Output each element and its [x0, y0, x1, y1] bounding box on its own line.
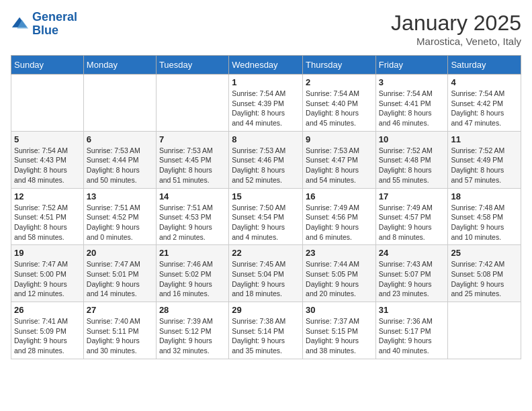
- day-number: 1: [232, 77, 300, 87]
- calendar-cell: 18Sunrise: 7:48 AM Sunset: 4:58 PM Dayli…: [448, 188, 521, 245]
- day-number: 19: [14, 248, 81, 258]
- day-info: Sunrise: 7:47 AM Sunset: 5:01 PM Dayligh…: [87, 259, 153, 299]
- calendar-header: SundayMondayTuesdayWednesdayThursdayFrid…: [11, 56, 521, 75]
- day-number: 13: [87, 191, 153, 201]
- day-number: 30: [306, 305, 373, 315]
- day-number: 7: [159, 134, 226, 144]
- day-info: Sunrise: 7:40 AM Sunset: 5:11 PM Dayligh…: [87, 316, 153, 356]
- location-subtitle: Marostica, Veneto, Italy: [391, 36, 521, 47]
- day-info: Sunrise: 7:54 AM Sunset: 4:41 PM Dayligh…: [379, 89, 445, 128]
- day-info: Sunrise: 7:52 AM Sunset: 4:51 PM Dayligh…: [14, 203, 81, 242]
- calendar-cell: 31Sunrise: 7:36 AM Sunset: 5:17 PM Dayli…: [375, 302, 448, 359]
- day-number: 14: [159, 191, 226, 201]
- calendar-week-3: 12Sunrise: 7:52 AM Sunset: 4:51 PM Dayli…: [11, 188, 521, 245]
- calendar-cell: 27Sunrise: 7:40 AM Sunset: 5:11 PM Dayli…: [83, 302, 156, 359]
- day-info: Sunrise: 7:53 AM Sunset: 4:46 PM Dayligh…: [232, 146, 300, 185]
- day-number: 16: [306, 191, 373, 201]
- day-info: Sunrise: 7:52 AM Sunset: 4:48 PM Dayligh…: [379, 146, 445, 185]
- calendar-cell: 22Sunrise: 7:45 AM Sunset: 5:04 PM Dayli…: [229, 245, 303, 302]
- weekday-row: SundayMondayTuesdayWednesdayThursdayFrid…: [11, 56, 521, 75]
- day-number: 24: [379, 248, 445, 258]
- weekday-header-wednesday: Wednesday: [229, 56, 303, 75]
- calendar-week-2: 5Sunrise: 7:54 AM Sunset: 4:43 PM Daylig…: [11, 131, 521, 188]
- calendar-cell: 28Sunrise: 7:39 AM Sunset: 5:12 PM Dayli…: [156, 302, 228, 359]
- title-block: January 2025 Marostica, Veneto, Italy: [391, 11, 521, 47]
- day-number: 12: [14, 191, 81, 201]
- day-info: Sunrise: 7:43 AM Sunset: 5:07 PM Dayligh…: [379, 259, 445, 299]
- day-info: Sunrise: 7:42 AM Sunset: 5:08 PM Dayligh…: [451, 259, 518, 299]
- calendar-cell: 3Sunrise: 7:54 AM Sunset: 4:41 PM Daylig…: [375, 75, 448, 132]
- calendar-cell: 6Sunrise: 7:53 AM Sunset: 4:44 PM Daylig…: [83, 131, 156, 188]
- calendar-cell: 1Sunrise: 7:54 AM Sunset: 4:39 PM Daylig…: [229, 75, 303, 132]
- day-info: Sunrise: 7:49 AM Sunset: 4:56 PM Dayligh…: [306, 203, 373, 242]
- weekday-header-saturday: Saturday: [448, 56, 521, 75]
- calendar-cell: 9Sunrise: 7:53 AM Sunset: 4:47 PM Daylig…: [303, 131, 376, 188]
- day-number: 29: [232, 305, 300, 315]
- day-number: 20: [87, 248, 153, 258]
- day-number: 28: [159, 305, 226, 315]
- day-number: 18: [451, 191, 518, 201]
- calendar-cell: 30Sunrise: 7:37 AM Sunset: 5:15 PM Dayli…: [303, 302, 376, 359]
- calendar-cell: 13Sunrise: 7:51 AM Sunset: 4:52 PM Dayli…: [83, 188, 156, 245]
- calendar-cell: 17Sunrise: 7:49 AM Sunset: 4:57 PM Dayli…: [375, 188, 448, 245]
- calendar-cell: 10Sunrise: 7:52 AM Sunset: 4:48 PM Dayli…: [375, 131, 448, 188]
- day-number: 4: [451, 77, 518, 87]
- calendar-week-4: 19Sunrise: 7:47 AM Sunset: 5:00 PM Dayli…: [11, 245, 521, 302]
- calendar-body: 1Sunrise: 7:54 AM Sunset: 4:39 PM Daylig…: [11, 75, 521, 359]
- day-info: Sunrise: 7:41 AM Sunset: 5:09 PM Dayligh…: [14, 316, 81, 356]
- day-info: Sunrise: 7:51 AM Sunset: 4:52 PM Dayligh…: [87, 203, 153, 242]
- weekday-header-tuesday: Tuesday: [156, 56, 228, 75]
- calendar-cell: 4Sunrise: 7:54 AM Sunset: 4:42 PM Daylig…: [448, 75, 521, 132]
- day-info: Sunrise: 7:50 AM Sunset: 4:54 PM Dayligh…: [232, 203, 300, 242]
- day-number: 22: [232, 248, 300, 258]
- day-number: 6: [87, 134, 153, 144]
- day-number: 5: [14, 134, 81, 144]
- day-number: 2: [306, 77, 373, 87]
- calendar-cell: 29Sunrise: 7:38 AM Sunset: 5:14 PM Dayli…: [229, 302, 303, 359]
- calendar-cell: 20Sunrise: 7:47 AM Sunset: 5:01 PM Dayli…: [83, 245, 156, 302]
- logo: General Blue: [11, 11, 77, 38]
- calendar-cell: 26Sunrise: 7:41 AM Sunset: 5:09 PM Dayli…: [11, 302, 84, 359]
- calendar-table: SundayMondayTuesdayWednesdayThursdayFrid…: [11, 55, 521, 359]
- day-info: Sunrise: 7:39 AM Sunset: 5:12 PM Dayligh…: [159, 316, 226, 356]
- calendar-cell: [83, 75, 156, 132]
- day-number: 11: [451, 134, 518, 144]
- page-header: General Blue January 2025 Marostica, Ven…: [11, 11, 521, 47]
- month-title: January 2025: [391, 11, 521, 36]
- day-number: 15: [232, 191, 300, 201]
- day-info: Sunrise: 7:54 AM Sunset: 4:39 PM Dayligh…: [232, 89, 300, 128]
- day-info: Sunrise: 7:51 AM Sunset: 4:53 PM Dayligh…: [159, 203, 226, 242]
- day-info: Sunrise: 7:48 AM Sunset: 4:58 PM Dayligh…: [451, 203, 518, 242]
- calendar-cell: 11Sunrise: 7:52 AM Sunset: 4:49 PM Dayli…: [448, 131, 521, 188]
- day-info: Sunrise: 7:53 AM Sunset: 4:44 PM Dayligh…: [87, 146, 153, 185]
- day-number: 10: [379, 134, 445, 144]
- logo-icon: [11, 15, 30, 34]
- weekday-header-sunday: Sunday: [11, 56, 84, 75]
- day-info: Sunrise: 7:47 AM Sunset: 5:00 PM Dayligh…: [14, 259, 81, 299]
- day-number: 17: [379, 191, 445, 201]
- day-info: Sunrise: 7:36 AM Sunset: 5:17 PM Dayligh…: [379, 316, 445, 356]
- weekday-header-thursday: Thursday: [303, 56, 376, 75]
- day-number: 26: [14, 305, 81, 315]
- day-number: 31: [379, 305, 445, 315]
- calendar-cell: [156, 75, 228, 132]
- calendar-cell: 7Sunrise: 7:53 AM Sunset: 4:45 PM Daylig…: [156, 131, 228, 188]
- calendar-cell: 16Sunrise: 7:49 AM Sunset: 4:56 PM Dayli…: [303, 188, 376, 245]
- day-info: Sunrise: 7:37 AM Sunset: 5:15 PM Dayligh…: [306, 316, 373, 356]
- calendar-week-5: 26Sunrise: 7:41 AM Sunset: 5:09 PM Dayli…: [11, 302, 521, 359]
- day-number: 25: [451, 248, 518, 258]
- logo-line1: General: [32, 10, 77, 24]
- calendar-cell: [448, 302, 521, 359]
- day-info: Sunrise: 7:45 AM Sunset: 5:04 PM Dayligh…: [232, 259, 300, 299]
- logo-line2: Blue: [32, 24, 58, 37]
- calendar-cell: 14Sunrise: 7:51 AM Sunset: 4:53 PM Dayli…: [156, 188, 228, 245]
- day-info: Sunrise: 7:53 AM Sunset: 4:47 PM Dayligh…: [306, 146, 373, 185]
- calendar-cell: 23Sunrise: 7:44 AM Sunset: 5:05 PM Dayli…: [303, 245, 376, 302]
- logo-text: General Blue: [32, 11, 77, 38]
- day-number: 3: [379, 77, 445, 87]
- calendar-cell: 8Sunrise: 7:53 AM Sunset: 4:46 PM Daylig…: [229, 131, 303, 188]
- day-number: 9: [306, 134, 373, 144]
- day-number: 27: [87, 305, 153, 315]
- calendar-week-1: 1Sunrise: 7:54 AM Sunset: 4:39 PM Daylig…: [11, 75, 521, 132]
- weekday-header-friday: Friday: [375, 56, 448, 75]
